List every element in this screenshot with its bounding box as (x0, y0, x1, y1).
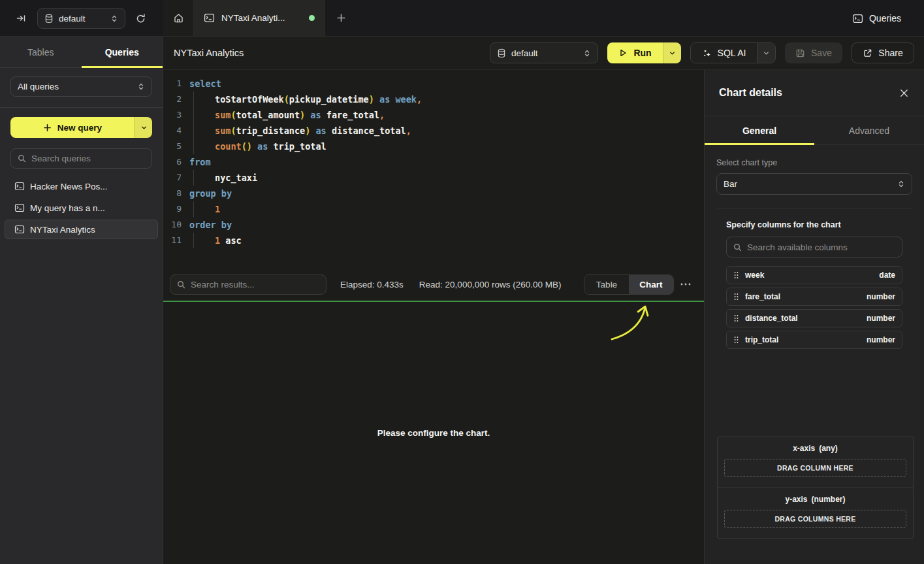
save-button-label: Save (811, 48, 832, 58)
panel-header: Chart details (705, 70, 924, 116)
home-tab[interactable] (163, 0, 194, 36)
terminal-icon (14, 224, 25, 235)
sidebar-tab-queries[interactable]: Queries (82, 37, 163, 67)
column-item[interactable]: distance_totalnumber (726, 309, 902, 327)
x-axis-dropzone[interactable]: DRAG COLUMN HERE (724, 459, 906, 477)
y-axis-dropzone[interactable]: DRAG COLUMNS HERE (724, 510, 906, 528)
share-button[interactable]: Share (852, 42, 914, 63)
line-number: 6 (163, 154, 182, 170)
column-item[interactable]: trip_totalnumber (726, 331, 902, 349)
share-icon (863, 48, 872, 58)
tab-nytaxi-analytics[interactable]: NYTaxi Analyti... (194, 0, 325, 36)
search-results-input[interactable] (191, 280, 319, 290)
sql-line[interactable]: 1select (163, 76, 704, 91)
sql-line[interactable]: 2toStartOfWeek(pickup_datetime) as week, (163, 91, 704, 107)
divider (716, 208, 912, 208)
tab-strip: NYTaxi Analyti... (163, 0, 357, 36)
view-tab-chart[interactable]: Chart (629, 275, 673, 294)
query-item-label: My query has a n... (30, 203, 105, 213)
play-icon (618, 48, 628, 58)
sql-line[interactable]: 10order by (163, 217, 704, 233)
sql-line[interactable]: 111 asc (163, 233, 704, 248)
column-name: trip_total (745, 335, 778, 344)
share-button-label: Share (878, 48, 902, 58)
collapse-sidebar-icon[interactable] (13, 10, 29, 26)
sql-line[interactable]: 4sum(trip_distance) as distance_total, (163, 123, 704, 139)
column-type: date (879, 271, 895, 280)
sidebar-tab-tables[interactable]: Tables (0, 37, 82, 67)
line-number: 2 (163, 91, 182, 107)
code-text: select (182, 76, 221, 91)
x-axis-constraint: (any) (819, 444, 838, 453)
query-filter-select[interactable]: All queries (10, 76, 152, 97)
line-number: 7 (163, 170, 182, 186)
column-type: number (867, 314, 895, 323)
search-queries-input[interactable] (31, 154, 145, 163)
database-icon (497, 48, 506, 58)
search-icon (18, 154, 26, 163)
sql-ai-button[interactable]: SQL AI (691, 43, 757, 63)
terminal-icon (14, 203, 25, 213)
topbar-database-selector[interactable]: default (37, 8, 125, 29)
drag-handle-icon (733, 336, 739, 344)
sql-line[interactable]: 7nyc_taxi (163, 170, 704, 186)
query-list-item[interactable]: My query has a n... (5, 198, 158, 218)
search-columns-input[interactable] (747, 242, 895, 252)
more-options-button[interactable] (674, 274, 697, 295)
configure-chart-message: Please configure the chart. (163, 428, 704, 438)
top-bar: default NYTaxi Analyti... (0, 0, 924, 37)
column-name: distance_total (745, 314, 798, 323)
line-number: 3 (163, 107, 182, 123)
drag-handle-icon (733, 271, 739, 279)
annotation-arrow (594, 302, 660, 345)
sql-ai-button-group: SQL AI (690, 42, 776, 63)
sql-line[interactable]: 3sum(total_amount) as fare_total, (163, 107, 704, 123)
new-query-button[interactable]: New query (10, 117, 152, 138)
search-queries-box[interactable] (10, 148, 152, 169)
query-title: NYTaxi Analytics (174, 48, 244, 58)
topbar-database-value: default (59, 14, 86, 24)
panel-tabs: General Advanced (705, 116, 924, 145)
column-item[interactable]: fare_totalnumber (726, 288, 902, 306)
chart-type-select[interactable]: Bar (716, 173, 912, 195)
sql-editor[interactable]: 1select2toStartOfWeek(pickup_datetime) a… (163, 70, 704, 268)
add-tab-button[interactable] (325, 0, 357, 36)
code-text: 1 asc (182, 233, 242, 248)
new-query-main[interactable]: New query (10, 117, 135, 138)
terminal-icon (852, 13, 863, 24)
search-columns-box[interactable] (726, 237, 902, 257)
chevron-down-icon (669, 50, 676, 57)
sql-ai-dropdown[interactable] (757, 43, 775, 63)
search-results-box[interactable] (170, 274, 327, 295)
query-list-item[interactable]: NYTaxi Analytics (5, 220, 158, 239)
run-button[interactable]: Run (607, 42, 663, 63)
sql-line[interactable]: 5count() as trip_total (163, 139, 704, 154)
panel-body: Select chart type Bar Specify columns fo… (705, 145, 924, 349)
queries-button[interactable]: Queries (852, 9, 901, 27)
sql-line[interactable]: 8group by (163, 186, 704, 201)
chevron-updown-icon (137, 82, 145, 91)
sql-line[interactable]: 6from (163, 154, 704, 170)
run-options-dropdown[interactable] (663, 42, 681, 63)
sidebar: Tables Queries All queries New query (0, 37, 163, 564)
active-panel-tab-underline (705, 143, 814, 145)
run-button-label: Run (633, 48, 651, 58)
refresh-icon[interactable] (133, 10, 148, 26)
toolbar-database-selector[interactable]: default (490, 42, 598, 63)
queries-button-label: Queries (869, 13, 901, 24)
sparkles-icon (702, 48, 712, 58)
sidebar-tabs: Tables Queries (0, 37, 163, 68)
columns-section-label: Specify columns for the chart (726, 220, 902, 229)
code-text: 1 (182, 201, 220, 217)
line-number: 1 (163, 76, 182, 91)
panel-tab-general[interactable]: General (705, 116, 814, 144)
view-tab-table[interactable]: Table (584, 275, 629, 294)
panel-tab-advanced[interactable]: Advanced (814, 116, 924, 144)
sql-line[interactable]: 91 (163, 201, 704, 217)
new-query-dropdown[interactable] (135, 117, 152, 138)
query-list-item[interactable]: Hacker News Pos... (5, 176, 158, 196)
save-button[interactable]: Save (785, 42, 842, 63)
chevron-down-icon (140, 124, 148, 131)
close-panel-button[interactable] (898, 87, 910, 99)
column-item[interactable]: weekdate (726, 266, 902, 284)
